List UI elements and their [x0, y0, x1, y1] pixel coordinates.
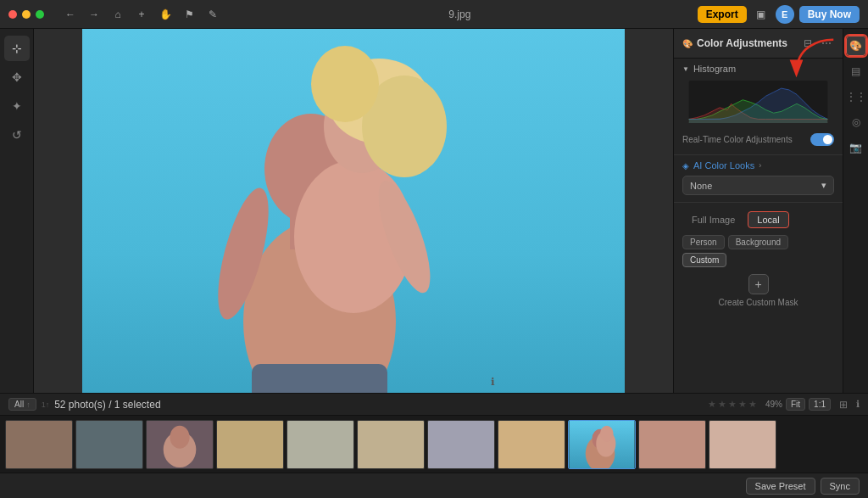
background-tag[interactable]: Background	[728, 235, 788, 249]
realtime-toggle[interactable]	[810, 133, 834, 146]
star-3[interactable]: ★	[728, 399, 737, 410]
crop-tool-icon[interactable]: ✥	[4, 64, 30, 90]
thumb-7[interactable]	[427, 420, 495, 469]
person-tag[interactable]: Person	[682, 235, 725, 249]
thumb-11[interactable]	[709, 420, 776, 469]
custom-tag[interactable]: Custom	[682, 253, 726, 267]
zoom-info: 49% Fit 1:1	[765, 398, 831, 411]
ai-looks-chevron-icon: ›	[759, 161, 761, 170]
thumb-1[interactable]	[5, 420, 73, 469]
photo-count-label: 52 photo(s) / 1 selected	[54, 399, 160, 411]
buy-now-button[interactable]: Buy Now	[799, 6, 860, 23]
ai-looks-label: AI Color Looks	[693, 160, 754, 171]
move-tool-icon[interactable]: ⊹	[4, 36, 30, 61]
thumb-9[interactable]	[568, 420, 636, 469]
ratio-button[interactable]: 1:1	[809, 398, 831, 411]
ai-color-looks-section: ◈ AI Color Looks › None ▾	[674, 157, 843, 200]
top-bar: ← → ⌂ + ✋ ⚑ ✎ 9.jpg Export ▣ E Buy Now	[0, 0, 868, 29]
add-icon[interactable]: +	[132, 5, 151, 24]
camera-icon[interactable]: 📷	[846, 137, 866, 158]
star-4[interactable]: ★	[738, 399, 747, 410]
info-icon[interactable]: ℹ	[856, 399, 860, 410]
full-image-tab[interactable]: Full Image	[682, 211, 744, 228]
thumb-2[interactable]	[75, 420, 143, 469]
dropdown-chevron-icon: ▾	[821, 180, 826, 191]
add-mask-button[interactable]: +	[748, 274, 769, 294]
hand-tool-icon[interactable]: ✋	[156, 5, 175, 24]
home-nav-icon[interactable]: ⌂	[108, 5, 127, 24]
panel-collapse-icon[interactable]: ⊟	[800, 36, 815, 51]
panel-header: 🎨 Color Adjustments ⊟ ⋯	[674, 29, 843, 59]
svg-rect-11	[252, 364, 387, 394]
all-filter-button[interactable]: All ↑	[8, 398, 36, 411]
close-button[interactable]	[8, 10, 17, 19]
thumb-5[interactable]	[287, 420, 354, 469]
back-icon[interactable]: ←	[61, 5, 80, 24]
rating-stars: ★ ★ ★ ★ ★	[708, 399, 757, 410]
canvas-area: ℹ	[34, 29, 673, 393]
ai-looks-dropdown-value: None	[690, 181, 712, 191]
histogram-chevron-icon: ▼	[682, 65, 689, 73]
panel-title: 🎨 Color Adjustments	[682, 37, 787, 49]
star-5[interactable]: ★	[748, 399, 757, 410]
presets-icon[interactable]: ⋮⋮	[846, 87, 866, 107]
left-sidebar: ⊹ ✥ ✦ ↺	[0, 29, 34, 393]
healing-tool-icon[interactable]: ✦	[4, 93, 30, 119]
fit-button[interactable]: Fit	[786, 398, 805, 411]
canvas-info-icon[interactable]: ℹ	[491, 376, 495, 388]
thumb-10[interactable]	[638, 420, 706, 469]
right-side: 🎨 Color Adjustments ⊟ ⋯ ▼ Histogram	[673, 29, 868, 393]
histogram-section-header[interactable]: ▼ Histogram	[674, 59, 843, 79]
photo-svg	[82, 29, 625, 393]
window-controls: ← → ⌂ + ✋ ⚑ ✎	[8, 5, 222, 24]
svg-point-8	[311, 46, 379, 122]
export-button[interactable]: Export	[698, 6, 747, 23]
color-adjust-icon[interactable]: 🎨	[846, 36, 866, 56]
histogram-chart	[682, 81, 834, 123]
flag-icon[interactable]: ⚑	[180, 5, 198, 24]
save-preset-button[interactable]: Save Preset	[746, 478, 815, 495]
thumb-8[interactable]	[498, 420, 565, 469]
filmstrip	[0, 415, 868, 473]
divider-sort: 1↑	[42, 400, 50, 409]
mask-tabs: Full Image Local	[682, 211, 834, 228]
histogram-label: Histogram	[693, 64, 736, 74]
top-bar-actions: Export ▣ E Buy Now	[698, 5, 860, 24]
sort-indicator-icon: ↑	[26, 400, 31, 409]
filename-display: 9.jpg	[448, 8, 470, 20]
thumb-6[interactable]	[357, 420, 425, 469]
thumb-3[interactable]	[146, 420, 214, 469]
catalog-icon[interactable]: ▤	[846, 61, 866, 81]
avatar[interactable]: E	[776, 5, 794, 24]
panel-body: ▼ Histogram	[674, 59, 843, 393]
sync-button[interactable]: Sync	[821, 478, 860, 495]
star-2[interactable]: ★	[718, 399, 726, 410]
bottom-left: All ↑ 1↑ 52 photo(s) / 1 selected	[8, 398, 161, 411]
mask-icon[interactable]: ◎	[846, 112, 866, 132]
svg-point-19	[170, 425, 189, 448]
forward-icon[interactable]: →	[85, 5, 103, 24]
mask-section: Full Image Local Person Background Custo…	[674, 204, 843, 314]
filename-label: 9.jpg	[448, 8, 470, 20]
create-mask-label: Create Custom Mask	[682, 298, 834, 307]
ai-icon: ◈	[682, 161, 689, 171]
realtime-label: Real-Time Color Adjustments	[682, 135, 793, 144]
maximize-button[interactable]	[36, 10, 44, 19]
ai-looks-header[interactable]: ◈ AI Color Looks ›	[682, 160, 834, 171]
ai-looks-dropdown[interactable]: None ▾	[682, 176, 834, 195]
sidebar-toggle-icon[interactable]: ▣	[752, 5, 771, 24]
local-tab[interactable]: Local	[748, 211, 788, 228]
star-1[interactable]: ★	[708, 399, 716, 410]
pencil-icon[interactable]: ✎	[203, 5, 222, 24]
right-icon-bar: 🎨 ▤ ⋮⋮ ◎ 📷	[843, 29, 868, 393]
main-area: ⊹ ✥ ✦ ↺	[0, 29, 868, 393]
panel-menu-icon[interactable]: ⋯	[819, 36, 834, 51]
panel-actions: ⊟ ⋯	[800, 36, 834, 51]
minimize-button[interactable]	[22, 10, 31, 19]
subject-tags: Person Background Custom	[682, 235, 834, 267]
grid-view-icon[interactable]: ⊞	[839, 399, 848, 411]
brush-tool-icon[interactable]: ↺	[4, 122, 30, 148]
panel-title-text: Color Adjustments	[697, 37, 787, 49]
bottom-action-bar: Save Preset Sync	[0, 473, 868, 498]
thumb-4[interactable]	[216, 420, 284, 469]
